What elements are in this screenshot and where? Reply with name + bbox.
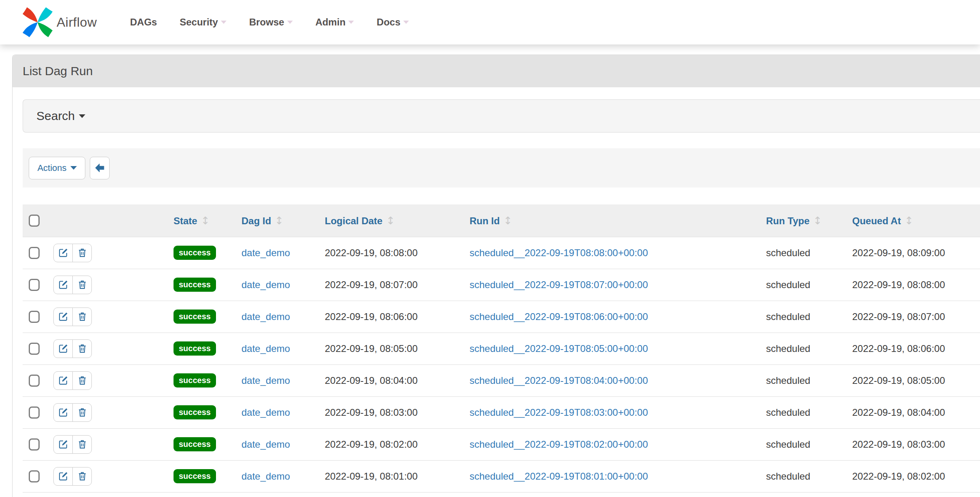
sort-icon: ↕ xyxy=(813,215,822,227)
nav-item-dags[interactable]: DAGs xyxy=(119,17,169,28)
nav-label: DAGs xyxy=(130,17,157,28)
dag-id-link[interactable]: date_demo xyxy=(241,439,290,450)
queued-at-value: 2022-09-19, 08:08:00 xyxy=(852,279,945,290)
run-type-value: scheduled xyxy=(766,279,810,290)
sort-icon: ↕ xyxy=(201,215,210,227)
table-row: success date_demo 2022-09-19, 08:03:00 s… xyxy=(23,396,980,428)
trash-icon xyxy=(77,343,87,354)
list-dag-run-panel: List Dag Run Search Actions xyxy=(12,55,980,497)
dag-id-link[interactable]: date_demo xyxy=(241,247,290,258)
nav-item-docs[interactable]: Docs xyxy=(365,17,420,28)
chevron-down-icon xyxy=(79,114,85,118)
column-header-logical-date[interactable]: Logical Date xyxy=(325,215,383,226)
dag-id-link[interactable]: date_demo xyxy=(241,407,290,418)
logical-date-value: 2022-09-19, 08:01:00 xyxy=(325,471,418,482)
delete-record-button[interactable] xyxy=(72,307,92,326)
queued-at-value: 2022-09-19, 08:06:00 xyxy=(852,343,945,354)
run-id-link[interactable]: scheduled__2022-09-19T08:05:00+00:00 xyxy=(470,343,648,354)
row-action-buttons xyxy=(53,371,92,390)
dag-run-table: State↕ Dag Id↕ Logical Date↕ Run Id↕ Run… xyxy=(23,204,980,497)
column-header-run-id[interactable]: Run Id xyxy=(470,215,500,226)
table-row: success date_demo 2022-09-19, 08:05:00 s… xyxy=(23,333,980,364)
pencil-square-icon xyxy=(58,280,68,290)
row-checkbox[interactable] xyxy=(29,343,40,355)
edit-record-button[interactable] xyxy=(53,276,73,294)
delete-record-button[interactable] xyxy=(72,244,92,262)
chevron-down-icon xyxy=(348,21,354,24)
dag-id-link[interactable]: date_demo xyxy=(241,375,290,386)
run-type-value: scheduled xyxy=(766,471,810,482)
search-toggle[interactable]: Search xyxy=(36,109,85,123)
nav-item-security[interactable]: Security xyxy=(168,17,238,28)
chevron-down-icon xyxy=(70,166,77,170)
table-row: success date_demo 2022-09-19, 08:02:00 s… xyxy=(23,428,980,460)
dag-id-link[interactable]: date_demo xyxy=(241,279,290,290)
logical-date-value: 2022-09-19, 08:05:00 xyxy=(325,343,418,354)
row-action-buttons xyxy=(53,244,92,262)
run-id-link[interactable]: scheduled__2022-09-19T08:01:00+00:00 xyxy=(470,471,648,482)
logical-date-value: 2022-09-19, 08:02:00 xyxy=(325,439,418,450)
delete-record-button[interactable] xyxy=(72,276,92,294)
run-type-value: scheduled xyxy=(766,247,810,258)
edit-record-button[interactable] xyxy=(53,371,73,390)
table-row: success date_demo 2022-09-19, 08:07:00 s… xyxy=(23,269,980,301)
panel-body: Search Actions xyxy=(13,87,980,497)
column-header-run-type[interactable]: Run Type xyxy=(766,215,810,226)
edit-record-button[interactable] xyxy=(53,244,73,262)
trash-icon xyxy=(77,375,87,385)
status-badge: success xyxy=(174,278,216,292)
status-badge: success xyxy=(174,341,216,356)
logical-date-value: 2022-09-19, 08:07:00 xyxy=(325,279,418,290)
dag-id-link[interactable]: date_demo xyxy=(241,471,290,482)
sort-icon: ↕ xyxy=(386,215,395,227)
row-checkbox[interactable] xyxy=(29,438,40,451)
table-row: success date_demo 2022-09-19, 08:06:00 s… xyxy=(23,301,980,333)
back-button[interactable] xyxy=(90,157,110,179)
dag-id-link[interactable]: date_demo xyxy=(241,311,290,322)
actions-dropdown-button[interactable]: Actions xyxy=(29,157,85,179)
table-header-row: State↕ Dag Id↕ Logical Date↕ Run Id↕ Run… xyxy=(23,204,980,237)
run-id-link[interactable]: scheduled__2022-09-19T08:08:00+00:00 xyxy=(470,247,648,258)
dag-id-link[interactable]: date_demo xyxy=(241,343,290,354)
edit-record-button[interactable] xyxy=(53,339,73,358)
row-checkbox[interactable] xyxy=(29,311,40,323)
run-id-link[interactable]: scheduled__2022-09-19T08:06:00+00:00 xyxy=(470,311,648,322)
brand-title: Airflow xyxy=(57,15,97,30)
row-checkbox[interactable] xyxy=(29,470,40,482)
select-all-checkbox[interactable] xyxy=(29,215,40,227)
edit-record-button[interactable] xyxy=(53,403,73,422)
run-id-link[interactable]: scheduled__2022-09-19T08:07:00+00:00 xyxy=(470,279,648,290)
run-id-link[interactable]: scheduled__2022-09-19T08:04:00+00:00 xyxy=(470,375,648,386)
nav-item-browse[interactable]: Browse xyxy=(238,17,304,28)
column-header-queued-at[interactable]: Queued At xyxy=(852,215,901,226)
row-checkbox[interactable] xyxy=(29,247,40,259)
row-action-buttons xyxy=(53,276,92,294)
delete-record-button[interactable] xyxy=(72,403,92,422)
row-checkbox[interactable] xyxy=(29,279,40,291)
delete-record-button[interactable] xyxy=(72,339,92,358)
nav-item-admin[interactable]: Admin xyxy=(304,17,366,28)
trash-icon xyxy=(77,407,87,417)
row-action-buttons xyxy=(53,339,92,358)
row-checkbox[interactable] xyxy=(29,406,40,419)
run-type-value: scheduled xyxy=(766,407,810,418)
sort-icon: ↕ xyxy=(904,215,913,227)
delete-record-button[interactable] xyxy=(72,435,92,454)
trash-icon xyxy=(77,280,87,290)
column-header-dag-id[interactable]: Dag Id xyxy=(241,215,271,226)
queued-at-value: 2022-09-19, 08:03:00 xyxy=(852,439,945,450)
run-id-link[interactable]: scheduled__2022-09-19T08:02:00+00:00 xyxy=(470,439,648,450)
delete-record-button[interactable] xyxy=(72,467,92,486)
airflow-pinwheel-icon xyxy=(22,6,53,38)
row-action-buttons xyxy=(53,403,92,422)
edit-record-button[interactable] xyxy=(53,435,73,454)
table-row-partial xyxy=(23,492,980,497)
airflow-brand[interactable]: Airflow xyxy=(22,6,97,38)
run-id-link[interactable]: scheduled__2022-09-19T08:03:00+00:00 xyxy=(470,407,648,418)
delete-record-button[interactable] xyxy=(72,371,92,390)
edit-record-button[interactable] xyxy=(53,307,73,326)
edit-record-button[interactable] xyxy=(53,467,73,486)
column-header-state[interactable]: State xyxy=(174,215,197,226)
row-checkbox[interactable] xyxy=(29,375,40,387)
top-navbar: Airflow DAGs Security Browse Admin Docs xyxy=(0,0,980,44)
